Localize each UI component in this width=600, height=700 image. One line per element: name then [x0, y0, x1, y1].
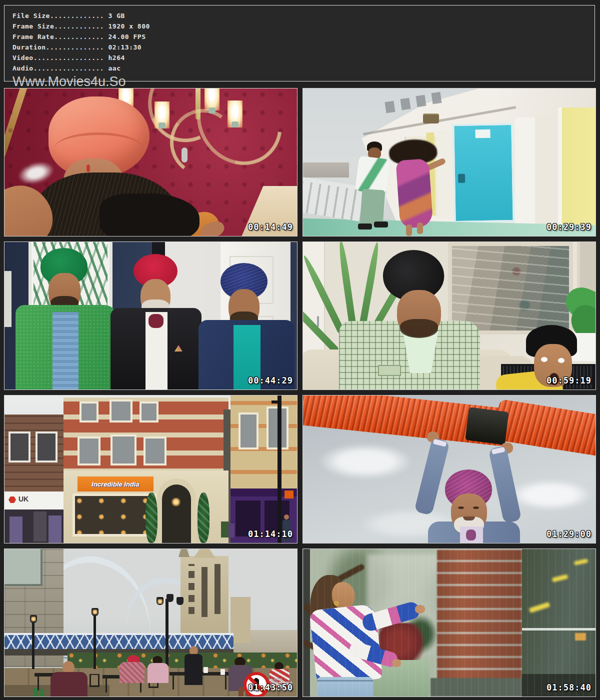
left-storefront-shape — [4, 510, 64, 543]
restaurant-sign: Incredible India — [78, 476, 154, 492]
waiter-vest-shape — [184, 654, 202, 685]
woman-legs-shape — [406, 224, 412, 236]
plant-leaf-shape — [359, 242, 380, 326]
small-frame-shape — [4, 271, 12, 327]
magenta-dress-shape — [396, 158, 433, 228]
candle-cup-shape — [208, 108, 216, 114]
bridge-deck-shape — [4, 633, 234, 649]
suit-arm-shape — [414, 438, 450, 516]
topiary-shape — [198, 492, 210, 543]
timestamp-overlay: 00:29:39 — [546, 222, 592, 232]
sneaker-shape — [358, 224, 372, 230]
duration-line: Duration.............. 02:13:30 — [12, 42, 594, 52]
timestamp-overlay: 00:14:49 — [248, 222, 293, 232]
screenshots-preview-page: File Size............. 3 GB Frame Size..… — [0, 0, 600, 700]
smoke-puff-shape — [16, 158, 56, 188]
cornice-shape — [64, 470, 228, 474]
lantern-glow — [158, 599, 162, 604]
balcony-slot-shape — [385, 101, 396, 113]
beard-shape — [100, 194, 200, 236]
doorway-chandelier-glow — [172, 498, 180, 506]
distant-town-shape — [303, 162, 349, 178]
lamppost-shape — [278, 396, 282, 543]
green-pants-shape — [360, 188, 386, 226]
window-shape — [238, 412, 258, 450]
video-codec-line: Video................. h264 — [12, 52, 594, 63]
balcony-slot-shape — [416, 95, 426, 107]
window-shape — [140, 402, 158, 422]
maroon-sweater-man-shape — [50, 672, 88, 696]
brown-boots-shape — [238, 687, 244, 696]
video-screenshot-3: 00:44:29 — [4, 242, 298, 390]
plant-leaf-shape — [337, 242, 356, 324]
cravat-shape — [466, 530, 476, 540]
pink-top-woman-shape — [148, 663, 168, 683]
suit-pocket-shape — [378, 365, 401, 376]
timestamp-overlay: 01:14:10 — [248, 529, 293, 539]
wall-lamp-shape — [423, 114, 439, 124]
lantern-glow — [92, 610, 98, 614]
arched-doorway-shape — [158, 478, 196, 543]
yellow-wall-shape — [558, 108, 596, 236]
audio-codec-line: Audio................. aac — [12, 63, 594, 74]
tower-bridge-tower-shape — [180, 556, 228, 646]
balcony-slot-shape — [432, 92, 442, 104]
lamppost-shape — [94, 612, 96, 669]
green-bottles-shape — [34, 688, 38, 696]
plaid-jacket-man-shape — [120, 662, 144, 683]
file-size-line: File Size............. 3 GB — [12, 10, 594, 21]
video-screenshot-8: 01:58:40 — [302, 548, 596, 697]
site-watermark: Www.Movies4u.So — [12, 74, 594, 89]
window-shape — [110, 434, 136, 466]
lamppost-shape — [166, 599, 168, 669]
lamppost-shape — [32, 619, 34, 669]
frame-size-line: Frame Size............ 1920 x 800 — [12, 21, 594, 32]
timestamp-overlay: 01:58:40 — [546, 682, 592, 692]
bridge-side-tower-shape — [230, 597, 250, 643]
video-screenshot-7: ALCOHOL CONSUMPTION IS INJURIOUS TO HEAL… — [4, 548, 298, 697]
cafe-chair-shape — [90, 674, 100, 687]
timestamp-overlay: 00:44:29 — [248, 376, 293, 386]
frame-rate-line: Frame Rate............ 24.00 FPS — [12, 32, 594, 42]
face-shape — [397, 290, 441, 337]
topiary-shape — [146, 492, 158, 543]
tower-gable-shape — [194, 548, 216, 558]
cloud-shape — [318, 444, 413, 480]
green-bin-shape — [221, 522, 228, 538]
video-screenshot-5: UK Incredible India — [4, 395, 298, 544]
window-shape — [80, 402, 98, 422]
pipe-collar-shape — [465, 407, 508, 444]
window-shape — [8, 432, 30, 462]
video-screenshot-2: 00:29:39 — [302, 88, 596, 236]
screenshot-grid: 00:14:49 — [4, 88, 596, 697]
cravat-shape — [148, 314, 164, 328]
shop-window-shape — [72, 494, 156, 536]
video-screenshot-6: 01:29:00 — [302, 395, 596, 544]
timestamp-overlay: 00:59:19 — [546, 376, 592, 386]
video-screenshot-1: 00:14:49 — [4, 88, 298, 236]
bank-sign-text: UK — [18, 495, 28, 503]
timestamp-overlay: 01:43:50 — [248, 682, 293, 692]
orange-logo-shape — [284, 490, 294, 498]
blue-shirt-shape — [52, 312, 78, 390]
cloud-shape — [508, 480, 593, 510]
motion-blur-overlay — [303, 549, 596, 696]
glass-building-corner-shape — [4, 549, 42, 586]
gold-frame-shape — [4, 88, 30, 156]
window-shape — [110, 400, 132, 422]
video-screenshot-4: 00:59:19 — [302, 242, 596, 390]
coffee-cup-shape — [220, 669, 225, 675]
balcony-slot-shape — [400, 98, 411, 110]
purple-bin-shape — [228, 524, 234, 538]
turquoise-door-shape — [452, 123, 514, 223]
flower-hedge-shape — [68, 652, 297, 670]
candle-cup-shape — [158, 122, 166, 128]
timestamp-overlay: 01:29:00 — [546, 529, 592, 539]
wall-pillar-shape — [515, 118, 535, 236]
window-shape — [36, 432, 58, 462]
chandelier-crystal-shape — [182, 148, 188, 162]
wall-pillar-shape — [535, 116, 558, 236]
face-white-beard-shape — [451, 494, 487, 532]
track-jacket-shape — [355, 156, 390, 194]
window-shape — [78, 436, 100, 466]
